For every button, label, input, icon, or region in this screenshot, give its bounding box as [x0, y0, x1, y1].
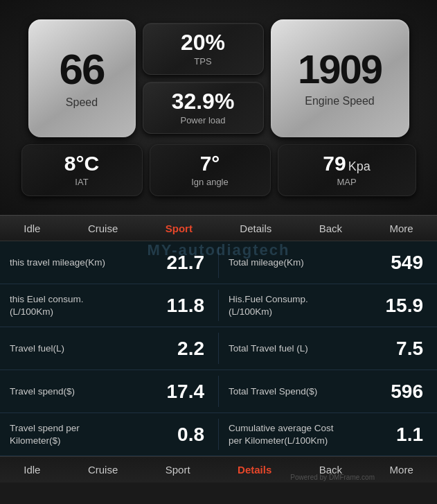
nav-back-top[interactable]: Back — [312, 219, 349, 238]
table-row: this travel mileage(Km) 21.7 Total milea… — [0, 241, 437, 284]
right-label: Total Travel fuel (L) — [219, 327, 355, 370]
ign-gauge: 7° Ign angle — [150, 144, 271, 196]
map-value: 79Kpa — [323, 153, 370, 174]
ign-label: Ign angle — [191, 177, 229, 187]
gauge-area: 66 Speed 20% TPS 32.9% Power load 1909 E… — [0, 0, 437, 215]
engine-value: 1909 — [298, 49, 382, 89]
right-value: 1.1 — [355, 413, 437, 455]
nav-cruise-top[interactable]: Cruise — [81, 219, 125, 238]
tps-value: 20% — [181, 31, 225, 53]
table-row: Travel spend($) 17.4 Total Travel Spend(… — [0, 370, 437, 413]
power-gauge: 32.9% Power load — [143, 82, 264, 134]
right-label: Total mileage(Km) — [219, 241, 355, 284]
right-label: Cumulative average Cost per Kilometer(L/… — [219, 413, 355, 455]
iat-label: IAT — [75, 177, 88, 187]
left-value: 11.8 — [136, 284, 218, 327]
map-gauge: 79Kpa MAP — [278, 144, 416, 196]
nav-details-top[interactable]: Details — [233, 219, 278, 238]
tps-label: TPS — [194, 56, 211, 67]
left-value: 0.8 — [136, 413, 218, 455]
nav-more-top[interactable]: More — [383, 219, 420, 238]
left-label: this Euel consum. (L/100Km) — [0, 284, 136, 327]
nav-sport-bottom[interactable]: Sport — [159, 460, 197, 479]
left-value: 2.2 — [136, 327, 218, 370]
power-label: Power load — [180, 115, 225, 125]
left-label: Travel fuel(L) — [0, 327, 136, 370]
table-row: Travel fuel(L) 2.2 Total Travel fuel (L)… — [0, 327, 437, 370]
left-label: Travel spend per Kilometer($) — [0, 413, 136, 455]
right-label: Total Travel Spend($) — [219, 370, 355, 412]
gauge-mid-col: 20% TPS 32.9% Power load — [143, 23, 264, 134]
speed-value: 66 — [60, 48, 105, 91]
nav-watermark: Powered by DMFrame.com — [290, 473, 375, 481]
power-value: 32.9% — [172, 90, 235, 112]
nav-sport-top[interactable]: Sport — [159, 219, 199, 238]
right-value: 15.9 — [355, 284, 437, 327]
nav-idle-bottom[interactable]: Idle — [17, 460, 47, 479]
map-label: MAP — [337, 177, 356, 187]
speed-gauge: 66 Speed — [28, 19, 136, 137]
bottom-nav-bar: Idle Cruise Sport Details Back More Powe… — [0, 456, 437, 483]
nav-idle-top[interactable]: Idle — [17, 219, 47, 238]
ign-value: 7° — [200, 153, 220, 174]
left-label: this travel mileage(Km) — [0, 241, 136, 284]
right-value: 596 — [355, 370, 437, 412]
left-label: Travel spend($) — [0, 370, 136, 412]
tps-gauge: 20% TPS — [143, 23, 264, 75]
gauge-row-top: 66 Speed 20% TPS 32.9% Power load 1909 E… — [28, 19, 409, 137]
right-value: 7.5 — [355, 327, 437, 370]
engine-gauge: 1909 Engine Speed — [271, 19, 409, 137]
right-label: His.Fuel Consump. (L/100Km) — [219, 284, 355, 327]
left-value: 21.7 — [136, 241, 218, 284]
table-row: this Euel consum. (L/100Km) 11.8 His.Fue… — [0, 284, 437, 327]
nav-details-bottom[interactable]: Details — [231, 460, 278, 479]
left-value: 17.4 — [136, 370, 218, 412]
gauge-row-bottom: 8°C IAT 7° Ign angle 79Kpa MAP — [21, 144, 416, 196]
engine-label: Engine Speed — [305, 95, 375, 107]
right-value: 549 — [355, 241, 437, 284]
speed-label: Speed — [66, 96, 98, 109]
iat-value: 8°C — [64, 153, 99, 174]
table-row: Travel spend per Kilometer($) 0.8 Cumula… — [0, 413, 437, 456]
iat-gauge: 8°C IAT — [21, 144, 143, 196]
nav-more-bottom[interactable]: More — [383, 460, 420, 479]
nav-cruise-bottom[interactable]: Cruise — [81, 460, 125, 479]
data-area: this travel mileage(Km) 21.7 Total milea… — [0, 241, 437, 456]
top-nav-bar: Idle Cruise Sport Details Back More — [0, 215, 437, 241]
